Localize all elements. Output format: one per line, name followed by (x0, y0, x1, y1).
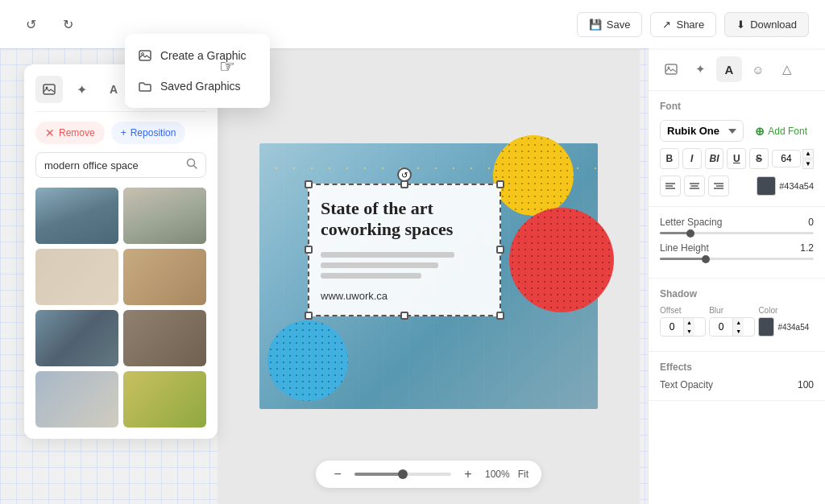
color-swatch[interactable]: #434a54 (757, 176, 814, 196)
shadow-blur-input[interactable] (710, 319, 732, 335)
image-thumb[interactable] (35, 249, 118, 305)
panel-text-tool[interactable]: A (100, 76, 127, 103)
text-opacity-value: 100 (798, 379, 814, 390)
zoom-out-button[interactable]: − (329, 465, 346, 483)
shadow-blur-down[interactable]: ▼ (732, 327, 744, 336)
undo-button[interactable]: ↺ (16, 10, 45, 39)
image-thumb[interactable] (35, 371, 118, 428)
font-row: Rubik One ⊕ Add Font (660, 120, 814, 142)
font-size-down[interactable]: ▼ (802, 159, 814, 169)
line-height-track[interactable] (660, 258, 814, 260)
share-button[interactable]: ↗ Share (650, 12, 716, 37)
search-icon (186, 158, 197, 172)
align-right-button[interactable] (708, 176, 729, 196)
bold-button[interactable]: B (660, 148, 679, 169)
resize-handle-tl[interactable] (305, 180, 313, 188)
image-thumb[interactable] (123, 310, 206, 366)
image-thumb[interactable] (123, 188, 206, 244)
rp-image-tool[interactable] (658, 56, 684, 82)
blur-col-label: Blur (709, 306, 755, 315)
add-font-button[interactable]: ⊕ Add Font (748, 121, 814, 142)
remove-button[interactable]: ✕ Remove (35, 122, 105, 144)
line-height-thumb (702, 255, 710, 263)
image-thumb[interactable] (123, 371, 206, 428)
shadow-blur-up[interactable]: ▲ (732, 318, 744, 327)
right-panel-toolbar: ✦ A ☺ △ (649, 48, 825, 91)
text-line-3 (321, 273, 421, 279)
panel-star-tool[interactable]: ✦ (68, 76, 95, 103)
image-thumb[interactable] (35, 188, 118, 244)
save-button[interactable]: 💾 Save (577, 12, 643, 37)
saved-graphics-item[interactable]: Saved Graphics (125, 71, 270, 101)
line-height-value: 1.2 (790, 242, 814, 254)
canvas-text-url: www.uwork.ca (321, 290, 488, 302)
line-height-label: Line Height (660, 242, 790, 254)
canvas-text-lines (321, 252, 488, 279)
canvas-text-main: State of the art coworking spaces (321, 198, 488, 241)
strike-button[interactable]: S (749, 148, 769, 169)
svg-rect-2 (44, 85, 55, 94)
text-opacity-row: Text Opacity 100 (660, 379, 814, 390)
blue-circle (267, 320, 348, 401)
resize-handle-tr[interactable] (496, 180, 504, 188)
shadow-offset-down[interactable]: ▼ (683, 327, 694, 336)
zoom-in-button[interactable]: + (459, 465, 477, 483)
redo-button[interactable]: ↻ (53, 10, 82, 39)
svg-rect-0 (139, 51, 151, 60)
resize-handle-mb[interactable] (400, 312, 408, 320)
resize-handle-br[interactable] (496, 312, 504, 320)
text-opacity-label: Text Opacity (660, 379, 798, 390)
font-section: Font Rubik One ⊕ Add Font B I BI U S 64 … (649, 91, 825, 207)
remove-label: Remove (59, 127, 95, 138)
shadow-offset-control: ▲ ▼ (660, 317, 706, 337)
shadow-offset-up[interactable]: ▲ (683, 318, 694, 327)
shadow-offset-input[interactable] (661, 319, 683, 335)
image-thumb[interactable] (123, 249, 206, 305)
underline-button[interactable]: U (727, 148, 746, 169)
share-icon: ↗ (662, 19, 671, 31)
search-input[interactable] (44, 159, 181, 171)
reposition-label: Reposition (131, 127, 176, 138)
yellow-circle (493, 135, 574, 216)
rp-emoji-tool[interactable]: ☺ (745, 56, 771, 82)
letter-spacing-section: Letter Spacing 0 Line Height 1.2 (649, 207, 825, 279)
italic-button[interactable]: I (682, 148, 702, 169)
line-height-fill (660, 258, 706, 260)
font-select[interactable]: Rubik One (660, 120, 744, 142)
shadow-blur-control: ▲ ▼ (709, 317, 755, 337)
resize-handle-ml[interactable] (305, 246, 313, 254)
fit-button[interactable]: Fit (518, 469, 529, 480)
align-center-button[interactable] (684, 176, 705, 196)
letter-spacing-label: Letter Spacing (660, 217, 790, 228)
align-left-button[interactable] (660, 176, 681, 196)
font-size-up[interactable]: ▲ (802, 149, 814, 159)
resize-handle-bl[interactable] (305, 312, 313, 320)
letter-spacing-row: Letter Spacing 0 (660, 217, 814, 228)
download-button[interactable]: ⬇ Download (724, 12, 809, 37)
canvas-textbox[interactable]: ↺ State of the art coworking spaces www.… (308, 184, 501, 316)
panel-actions: ✕ Remove + Reposition (35, 122, 206, 144)
zoom-track[interactable] (354, 473, 451, 476)
rp-text-tool[interactable]: A (716, 56, 742, 82)
resize-handle-mr[interactable] (496, 246, 504, 254)
create-graphic-item[interactable]: Create a Graphic (125, 40, 270, 71)
align-row: #434a54 (660, 176, 814, 196)
panel-image-tool[interactable] (35, 76, 63, 103)
font-size-input[interactable]: 64 (772, 150, 801, 167)
font-section-label: Font (660, 101, 814, 112)
add-font-label: Add Font (768, 126, 807, 137)
letter-spacing-track[interactable] (660, 232, 814, 234)
effects-header: Effects (660, 361, 814, 373)
image-thumb[interactable] (35, 310, 118, 366)
svg-line-5 (194, 166, 197, 169)
resize-handle-mt[interactable] (400, 180, 408, 188)
shadow-color-control[interactable]: #434a54 (758, 317, 814, 337)
effects-section: Effects Text Opacity 100 (649, 352, 825, 401)
saved-graphics-label: Saved Graphics (160, 80, 241, 93)
reposition-button[interactable]: + Reposition (111, 122, 186, 144)
rp-wand-tool[interactable]: ✦ (687, 56, 713, 82)
text-line-1 (321, 252, 454, 258)
bold-italic-button[interactable]: BI (705, 148, 724, 169)
svg-rect-6 (665, 64, 677, 74)
rp-shape-tool[interactable]: △ (774, 56, 800, 82)
